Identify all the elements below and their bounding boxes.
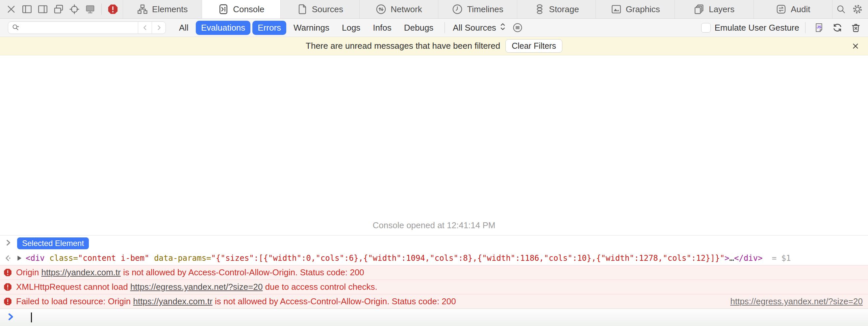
reload-page-button[interactable] — [830, 20, 845, 35]
element-picker-button[interactable] — [67, 2, 82, 17]
svg-text:JS: JS — [817, 25, 821, 29]
error-text-part: XMLHttpRequest cannot load — [16, 282, 130, 292]
scope-filter-evaluations[interactable]: Evaluations — [196, 21, 250, 35]
error-text-part: Origin — [16, 267, 41, 277]
close-button[interactable] — [4, 2, 19, 17]
code-token — [149, 254, 154, 263]
console-error-message[interactable]: Origin https://yandex.com.tr is not allo… — [0, 265, 868, 279]
issue-octagon-icon — [107, 4, 119, 15]
error-text-part: is not allowed by Access-Control-Allow-O… — [213, 296, 456, 306]
banner-close-button[interactable] — [851, 37, 860, 55]
code-token: data-params — [154, 254, 206, 263]
emulate-user-gesture-toggle[interactable]: Emulate User Gesture — [701, 23, 799, 33]
console-search-field[interactable] — [8, 21, 166, 34]
scope-filter-all[interactable]: All — [174, 21, 194, 35]
tab-label: Network — [391, 4, 422, 14]
error-source-link[interactable]: https://egress.yandex.net/?size=20 — [730, 296, 863, 306]
message-options-button[interactable] — [510, 20, 525, 35]
console-tab-icon — [218, 4, 229, 15]
console-message-area: Console opened at 12:41:14 PM — [0, 55, 868, 235]
tab-strip: ElementsConsoleSourcesNetworkTimelinesSt… — [123, 0, 832, 19]
device-settings-button[interactable] — [83, 2, 97, 17]
search-input[interactable] — [21, 23, 138, 32]
network-tab-icon — [375, 4, 386, 15]
emulate-user-gesture-label: Emulate User Gesture — [715, 23, 799, 33]
tab-label: Timelines — [467, 4, 503, 14]
tab-label: Elements — [152, 4, 188, 14]
selected-element-header[interactable]: Selected Element — [0, 235, 868, 251]
disclosure-triangle-icon[interactable] — [14, 254, 24, 263]
clear-console-button[interactable] — [848, 20, 863, 35]
code-token: </div> — [734, 254, 763, 263]
scope-filter-warnings[interactable]: Warnings — [288, 21, 335, 35]
go-to-element-arrow-icon[interactable] — [3, 254, 12, 263]
find-previous-button[interactable] — [138, 22, 152, 34]
console-filter-bar: AllEvaluationsErrorsWarningsLogsInfosDeb… — [0, 19, 868, 37]
error-url-link[interactable]: https://egress.yandex.net/?size=20 — [130, 282, 263, 292]
close-x-icon — [6, 4, 17, 15]
tab-storage[interactable]: Storage — [517, 0, 596, 19]
emulate-user-gesture-checkbox[interactable] — [701, 23, 711, 33]
code-token: … — [730, 254, 734, 263]
console-error-message[interactable]: Failed to load resource: Origin https://… — [0, 294, 868, 308]
tab-label: Layers — [709, 4, 735, 14]
search-button[interactable] — [834, 2, 848, 17]
undock-window-button[interactable] — [51, 2, 66, 17]
storage-tab-icon — [534, 4, 545, 15]
run-javascript-button[interactable]: JS — [811, 20, 827, 35]
inspector-tab-bar: ElementsConsoleSourcesNetworkTimelinesSt… — [0, 0, 868, 19]
tab-sources[interactable]: Sources — [280, 0, 359, 19]
error-url-link[interactable]: https://yandex.com.tr — [41, 267, 121, 277]
scope-filter-logs[interactable]: Logs — [337, 21, 366, 35]
tab-console[interactable]: Console — [202, 0, 281, 19]
code-token: = — [206, 254, 211, 263]
code-token: class — [49, 254, 73, 263]
code-token: = — [73, 254, 78, 263]
error-text-part: due to access control checks. — [262, 282, 377, 292]
sources-select[interactable]: All Sources — [453, 22, 507, 34]
display-icon — [85, 4, 96, 15]
tab-label: Storage — [549, 4, 579, 14]
tab-timelines[interactable]: Timelines — [438, 0, 517, 19]
scope-filter-debugs[interactable]: Debugs — [399, 21, 439, 35]
console-error-message[interactable]: XMLHttpRequest cannot load https://egres… — [0, 279, 868, 294]
error-icon — [3, 297, 12, 306]
saved-result-reference: = $1 — [772, 254, 791, 263]
clear-filters-button[interactable]: Clear Filters — [505, 39, 562, 53]
error-url-link[interactable]: https://yandex.com.tr — [133, 296, 213, 306]
gear-icon — [852, 4, 863, 14]
tab-graphics[interactable]: Graphics — [595, 0, 675, 19]
error-icon — [3, 268, 12, 277]
text-caret — [31, 313, 32, 322]
error-text: XMLHttpRequest cannot load https://egres… — [16, 282, 377, 292]
tab-layers[interactable]: Layers — [675, 0, 753, 19]
undock-icon — [53, 4, 64, 15]
dock-right-icon — [37, 4, 49, 15]
tab-audit[interactable]: Audit — [753, 0, 833, 19]
find-next-button[interactable] — [152, 22, 165, 34]
code-token: "{"sizes":[{"width":0,"cols":6},{"width"… — [211, 254, 725, 263]
tab-network[interactable]: Network — [359, 0, 438, 19]
settings-button[interactable] — [850, 2, 865, 17]
console-prompt[interactable] — [0, 308, 868, 326]
error-text: Origin https://yandex.com.tr is not allo… — [16, 267, 364, 277]
expand-chevron-icon[interactable] — [4, 238, 12, 248]
tab-elements[interactable]: Elements — [123, 0, 202, 19]
filtered-messages-banner: There are unread messages that have been… — [0, 37, 868, 55]
filter-divider — [444, 22, 445, 33]
scope-filter-infos[interactable]: Infos — [368, 21, 397, 35]
selected-element-code-line[interactable]: <div class="content i-bem" data-params="… — [0, 251, 868, 265]
graphics-tab-icon — [611, 4, 622, 15]
issues-badge-button[interactable] — [105, 2, 120, 17]
right-toolbar — [832, 0, 868, 19]
code-token: "content i-bem" — [78, 254, 149, 263]
tab-label: Audit — [791, 4, 810, 14]
sources-select-label: All Sources — [453, 23, 496, 33]
dock-side-left-button[interactable] — [20, 2, 34, 17]
selected-element-badge: Selected Element — [17, 237, 89, 249]
dock-side-right-button[interactable] — [35, 2, 50, 17]
error-text-part: is not allowed by Access-Control-Allow-O… — [121, 267, 364, 277]
elements-tab-icon — [137, 4, 148, 15]
code-token: <div — [26, 254, 49, 263]
scope-filter-errors[interactable]: Errors — [252, 21, 286, 35]
